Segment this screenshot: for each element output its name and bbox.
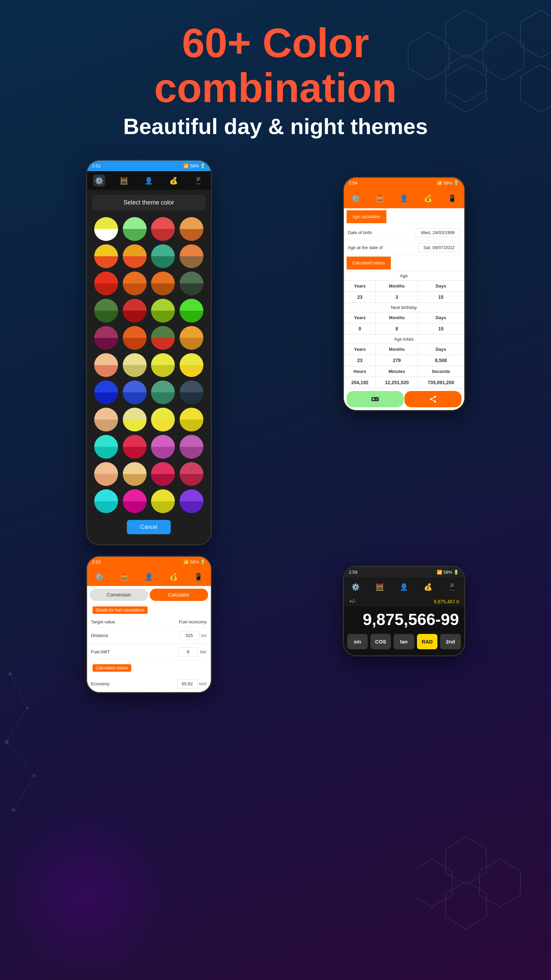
sign-toggle[interactable]: +/- [349,598,356,605]
calc-money-icon[interactable]: 💰 [422,581,434,593]
color-circle[interactable] [123,489,147,513]
share-button[interactable] [404,391,462,407]
nav-settings-r[interactable]: ⚙️ [349,192,362,204]
color-circle[interactable] [179,326,203,350]
color-circle[interactable] [94,380,118,404]
color-circle[interactable] [179,272,203,295]
at-months-val: 279 [376,355,418,366]
calc-person-icon[interactable]: 👤 [398,581,410,593]
color-circle[interactable] [123,462,147,486]
dialog-title: Select theme color [92,195,206,210]
color-circle[interactable] [179,462,203,486]
color-circle[interactable] [151,272,175,295]
at-months-header: Months [376,344,418,355]
color-circle[interactable] [179,299,203,323]
color-circle[interactable] [179,380,203,404]
color-circle[interactable] [151,353,175,377]
color-circle[interactable] [94,326,118,350]
nav-settings-icon[interactable]: ⚙️ [93,175,105,186]
color-circle[interactable] [123,380,147,404]
nav-money-icon[interactable]: 💰 [168,175,179,186]
fuel-amt-value[interactable]: 8 [178,647,198,656]
rad-button[interactable]: RAD [417,634,437,649]
nav-person-r[interactable]: 👤 [398,192,410,204]
color-circle[interactable] [179,217,203,241]
color-circle[interactable] [123,326,147,350]
status-bar-right: 2:54 📶 58% 🔋 [344,178,464,188]
age-date-value[interactable]: Sat, 09/07/2022 [418,243,460,252]
nav-calc-r[interactable]: 🧮 [374,192,386,204]
color-circle[interactable] [151,435,175,459]
svg-marker-4 [520,10,551,58]
color-circle[interactable] [179,435,203,459]
color-circle[interactable] [179,244,203,268]
color-circle[interactable] [151,244,175,268]
nb-years-header: Years [344,312,376,323]
calc-mini-display: +/- 9,875,467.0 [344,596,464,607]
color-circle[interactable] [151,299,175,323]
color-circle[interactable] [94,435,118,459]
nb-days-header: Days [418,312,464,323]
svg-line-19 [7,742,34,776]
age-calc-content: Age calculation Date of birth Wed, 24/03… [344,208,464,410]
color-circle[interactable] [123,353,147,377]
color-circle[interactable] [151,217,175,241]
calc-calc-icon[interactable]: 🧮 [374,581,386,593]
fuel-amt-row: Fuel AMT 8 liter [87,644,211,660]
color-circle[interactable] [179,408,203,431]
color-circle[interactable] [94,408,118,431]
nav-phone-r[interactable]: 📱 [446,192,458,204]
color-circle[interactable] [94,353,118,377]
conversion-tab[interactable]: Conversion [90,589,148,601]
sin-button[interactable]: sin [347,634,368,649]
cancel-button[interactable]: Cancel [127,520,171,534]
conv-settings-icon[interactable]: ⚙️ [93,571,105,582]
conv-money-icon[interactable]: 💰 [168,571,179,582]
target-value-label: Target value [91,619,179,624]
calculator-tab[interactable]: Calculator [150,589,208,601]
gamepad-button[interactable] [346,391,404,407]
color-circle[interactable] [123,435,147,459]
age-table: Age Years Months Days 23 3 15 Next birth… [344,271,464,388]
tan-button[interactable]: tan [394,634,414,649]
nav-calc-icon[interactable]: 🧮 [118,175,130,186]
calc-settings-icon[interactable]: ⚙️ [349,581,362,593]
color-circle[interactable] [123,299,147,323]
nav-money-r[interactable]: 💰 [422,192,434,204]
2nd-button[interactable]: 2nd [440,634,460,649]
age-days-val: 15 [418,292,464,303]
nav-bar-left: ⚙️ 🧮 👤 💰 📱 [87,171,211,190]
conv-calc-icon[interactable]: 🧮 [118,571,130,582]
color-circle[interactable] [94,299,118,323]
share-icon [429,395,437,403]
phone-age-calc: 2:54 📶 58% 🔋 ⚙️ 🧮 👤 💰 📱 Age calculation … [343,177,465,411]
color-circle[interactable] [94,272,118,295]
nav-person-icon[interactable]: 👤 [143,175,155,186]
color-circle[interactable] [151,380,175,404]
nav-phone-icon[interactable]: 📱 [192,175,205,186]
color-circle[interactable] [123,272,147,295]
fuel-amt-unit: liter [200,649,206,654]
color-circle[interactable] [123,408,147,431]
color-circle[interactable] [179,489,203,513]
color-circle[interactable] [94,217,118,241]
color-circle[interactable] [151,408,175,431]
days-header: Days [418,281,464,292]
economy-value: 65.62 [177,679,198,688]
color-circle[interactable] [94,244,118,268]
color-circle[interactable] [94,489,118,513]
cos-button[interactable]: COS [370,634,391,649]
color-circle[interactable] [151,326,175,350]
color-circle[interactable] [123,217,147,241]
svg-line-17 [10,674,27,708]
dob-value[interactable]: Wed, 24/03/1999 [416,228,460,237]
color-circle[interactable] [94,462,118,486]
color-circle[interactable] [151,462,175,486]
distance-value[interactable]: 525 [179,631,200,640]
calc-phone-icon[interactable]: 📱 [446,581,458,593]
color-circle[interactable] [123,244,147,268]
color-circle[interactable] [179,353,203,377]
conv-phone-icon[interactable]: 📱 [192,571,205,582]
conv-person-icon[interactable]: 👤 [143,571,155,582]
color-circle[interactable] [151,489,175,513]
